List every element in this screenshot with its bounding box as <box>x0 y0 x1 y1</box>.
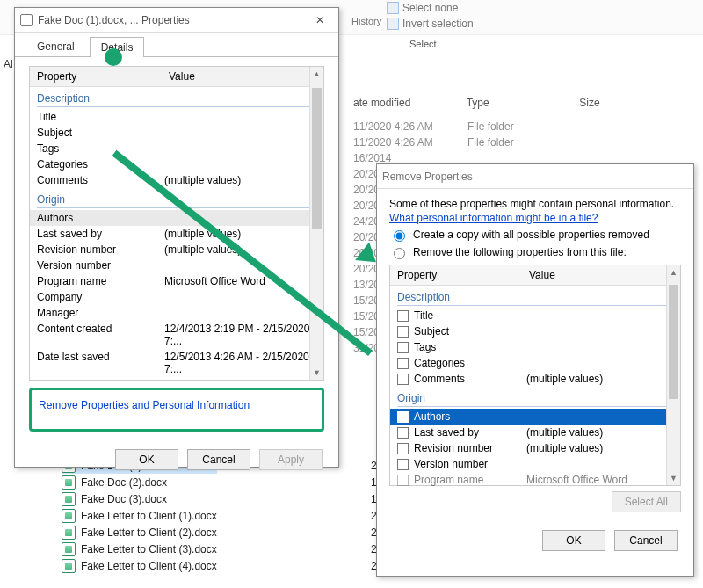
explorer-column-headers[interactable]: ate modified Type Size <box>343 97 703 109</box>
checkrow-comments[interactable]: Comments(multiple values) <box>390 371 680 387</box>
checkbox[interactable] <box>397 475 409 486</box>
remove-property-grid[interactable]: Property Value Description Title Subject… <box>389 265 681 486</box>
file-icon <box>20 14 33 26</box>
checkbox[interactable] <box>397 459 409 470</box>
truncated-left-panel: Al <box>4 58 13 70</box>
checkrow-categories[interactable]: Categories <box>390 355 680 371</box>
scroll-up-icon[interactable]: ▲ <box>667 265 680 279</box>
checkrow-subject[interactable]: Subject <box>390 323 680 339</box>
select-all-button: Select All <box>612 491 681 512</box>
checkbox[interactable] <box>397 342 409 353</box>
info-text: Some of these properties might contain p… <box>389 198 681 210</box>
scroll-down-icon[interactable]: ▼ <box>667 471 680 485</box>
tab-general[interactable]: General <box>25 36 86 56</box>
remove-properties-dialog: Remove Properties Some of these properti… <box>376 163 694 577</box>
ok-button[interactable]: OK <box>115 449 178 470</box>
radio-create-copy-input[interactable] <box>394 230 405 242</box>
highlight-box: Remove Properties and Personal Informati… <box>29 388 324 432</box>
list-item[interactable]: Fake Doc (3).docx12/5/2013 <box>62 490 217 507</box>
scroll-thumb[interactable] <box>669 285 678 399</box>
ok-button[interactable]: OK <box>542 530 605 551</box>
checkbox[interactable] <box>397 326 409 338</box>
scrollbar[interactable]: ▲ ▼ <box>666 265 680 485</box>
section-origin: Origin <box>390 387 680 406</box>
col-size: Size <box>579 97 692 109</box>
properties-dialog: Fake Doc (1).docx, ... Properties ✕ Gene… <box>14 7 339 468</box>
docx-icon <box>62 542 76 556</box>
section-description: Description <box>390 286 680 305</box>
checkbox[interactable] <box>397 374 409 385</box>
checkrow-revision-number[interactable]: Revision number(multiple values) <box>390 440 680 456</box>
checkrow-tags[interactable]: Tags <box>390 339 680 355</box>
ribbon-invert-selection[interactable]: Invert selection <box>387 18 474 30</box>
list-item[interactable]: Fake Letter to Client (4).docx2/15/2020 <box>62 557 217 574</box>
ribbon-select-none[interactable]: Select none <box>387 2 458 14</box>
help-link[interactable]: What personal information might be in a … <box>389 212 598 224</box>
section-description: Description <box>30 87 323 106</box>
apply-button: Apply <box>259 449 323 470</box>
col-date-modified: ate modified <box>353 97 467 109</box>
radio-create-copy[interactable]: Create a copy with all possible properti… <box>389 228 681 242</box>
checkrow-program-name[interactable]: Program nameMicrosoft Office Word <box>390 472 680 488</box>
docx-icon <box>62 492 76 506</box>
list-item[interactable]: Fake Letter to Client (3).docx2/15/2020 <box>62 541 217 557</box>
close-icon[interactable]: ✕ <box>307 14 333 26</box>
scrollbar[interactable]: ▲ ▼ <box>309 67 323 380</box>
titlebar[interactable]: Fake Doc (1).docx, ... Properties ✕ <box>15 8 338 33</box>
checkrow-title[interactable]: Title <box>390 308 680 323</box>
radio-remove-following[interactable]: Remove the following properties from thi… <box>389 245 681 259</box>
checkbox[interactable] <box>397 427 409 439</box>
col-header-value[interactable]: Value <box>162 67 323 86</box>
ribbon-select-group: Select <box>409 39 437 49</box>
window-title: Remove Properties <box>382 171 688 183</box>
col-header-value[interactable]: Value <box>522 265 680 285</box>
checkrow-last-saved-by[interactable]: Last saved by(multiple values) <box>390 425 680 440</box>
list-item[interactable]: Fake Letter to Client (1).docx2/15/2020 <box>62 507 217 524</box>
scroll-up-icon[interactable]: ▲ <box>310 67 323 81</box>
docx-icon <box>62 509 76 523</box>
titlebar[interactable]: Remove Properties <box>377 164 693 189</box>
radio-remove-following-input[interactable] <box>394 248 405 259</box>
ribbon-history[interactable]: History <box>352 16 381 26</box>
annotation-arrow-start <box>105 48 122 66</box>
scroll-thumb[interactable] <box>312 88 322 229</box>
details-property-grid[interactable]: Property Value Description Title Subject… <box>29 66 324 381</box>
col-header-property[interactable]: Property <box>390 265 522 285</box>
checkrow-version-number[interactable]: Version number <box>390 456 680 472</box>
cancel-button[interactable]: Cancel <box>614 530 678 551</box>
list-item[interactable]: Fake Letter to Client (2).docx2/15/2020 <box>62 524 217 541</box>
checkbox[interactable] <box>397 411 409 423</box>
docx-icon <box>62 559 76 573</box>
docx-icon <box>62 526 76 540</box>
cancel-button[interactable]: Cancel <box>187 449 250 470</box>
col-header-property[interactable]: Property <box>30 67 162 86</box>
checkrow-authors[interactable]: Authors <box>390 409 680 425</box>
remove-properties-link[interactable]: Remove Properties and Personal Informati… <box>39 399 250 411</box>
window-title: Fake Doc (1).docx, ... Properties <box>38 14 307 26</box>
checkbox[interactable] <box>397 443 409 454</box>
scroll-down-icon[interactable]: ▼ <box>310 366 323 380</box>
checkbox[interactable] <box>397 310 409 322</box>
col-type: Type <box>467 97 580 109</box>
checkbox[interactable] <box>397 358 409 369</box>
